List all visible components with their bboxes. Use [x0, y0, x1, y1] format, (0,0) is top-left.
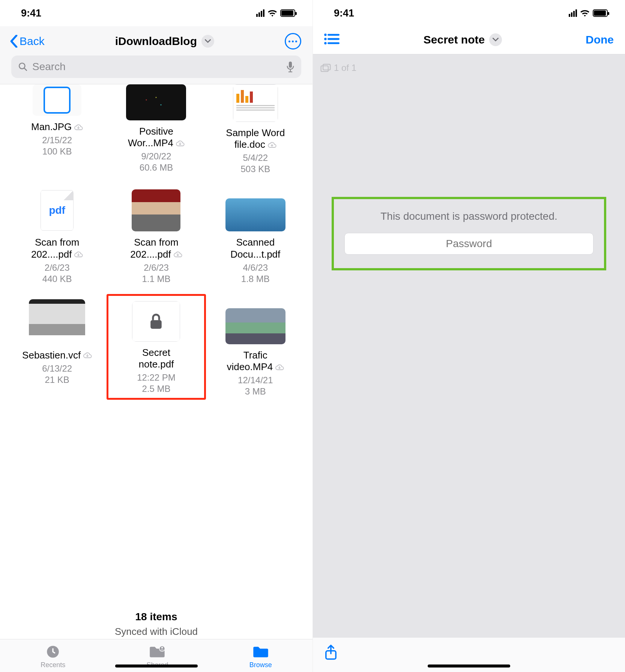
file-thumbnail: [29, 299, 85, 344]
file-item-highlighted[interactable]: Secret note.pdf 12:22 PM 2.5 MB: [107, 294, 206, 400]
doc-title-button[interactable]: Secret note: [424, 33, 502, 46]
sync-status: Synced with iCloud: [0, 626, 312, 638]
status-time: 9:41: [334, 8, 354, 19]
file-grid: Man.JPG 2/15/22 100 KB Positive Wor...MP…: [0, 84, 312, 606]
svg-point-7: [161, 647, 163, 649]
cloud-icon: [176, 140, 185, 147]
back-label: Back: [20, 35, 45, 48]
page-indicator-text: 1 of 1: [334, 63, 356, 73]
svg-rect-2: [289, 62, 292, 68]
tab-recents[interactable]: Recents: [41, 645, 65, 669]
file-size: 2.5 MB: [142, 384, 170, 394]
chevron-down-icon: [489, 33, 502, 46]
svg-point-13: [324, 42, 326, 44]
status-time: 9:41: [21, 8, 41, 19]
file-thumbnail: [132, 189, 180, 231]
file-size: 503 KB: [240, 164, 270, 174]
microphone-icon[interactable]: [286, 61, 294, 72]
file-name-2: 202....pdf: [31, 249, 83, 260]
svg-point-11: [324, 34, 326, 36]
file-date: 2/15/22: [42, 135, 72, 146]
lock-icon: [149, 313, 164, 330]
cloud-icon: [267, 141, 276, 148]
svg-rect-15: [323, 64, 330, 70]
file-item[interactable]: Sample Word file.doc 5/4/22 503 KB: [206, 88, 305, 174]
done-button[interactable]: Done: [586, 33, 614, 46]
file-name: Positive: [139, 126, 173, 137]
file-date: 12/14/21: [238, 375, 273, 386]
file-date: 2/6/23: [45, 262, 70, 273]
file-size: 1.1 MB: [142, 274, 170, 284]
folder-title: iDownloadBlog: [115, 35, 197, 48]
file-item[interactable]: Scanned Docu...t.pdf 4/6/23 1.8 MB: [206, 189, 305, 284]
search-input[interactable]: Search: [11, 56, 301, 78]
file-date: 4/6/23: [243, 262, 268, 273]
file-name-2: note.pdf: [139, 358, 174, 370]
search-icon: [18, 62, 28, 72]
file-name: Secret: [142, 347, 170, 358]
tab-label: Browse: [249, 661, 272, 669]
page-indicator: 1 of 1: [320, 63, 356, 73]
clock-icon: [44, 645, 62, 659]
svg-point-12: [324, 38, 326, 40]
document-body: 1 of 1 This document is password protect…: [313, 54, 625, 637]
home-indicator[interactable]: [428, 664, 510, 668]
folder-title-button[interactable]: iDownloadBlog: [115, 35, 214, 48]
file-name: Sebastien.vcf: [22, 350, 92, 361]
nav-bar: Secret note Done: [313, 26, 625, 54]
cloud-icon: [173, 251, 182, 258]
cloud-icon: [83, 352, 92, 358]
home-indicator[interactable]: [115, 664, 198, 668]
battery-icon: [593, 9, 608, 17]
file-item[interactable]: Sebastien.vcf 6/13/22 21 KB: [8, 299, 107, 400]
share-button[interactable]: [324, 644, 614, 662]
pages-icon: [320, 64, 331, 72]
file-size: 100 KB: [42, 146, 72, 157]
svg-rect-14: [321, 66, 328, 72]
file-name: Sample Word: [226, 127, 285, 139]
file-thumbnail: [233, 84, 278, 122]
back-button[interactable]: Back: [10, 35, 45, 48]
file-item[interactable]: Man.JPG 2/15/22 100 KB: [8, 88, 107, 174]
status-bar: 9:41: [313, 0, 625, 26]
search-wrap: Search: [0, 54, 312, 84]
file-name-2: Wor...MP4: [128, 137, 185, 149]
file-name: Scan from: [35, 237, 80, 248]
file-item[interactable]: Scan from 202....pdf 2/6/23 1.1 MB: [107, 189, 206, 284]
file-date: 9/20/22: [141, 151, 171, 162]
file-date: 5/4/22: [243, 153, 268, 163]
folder-icon: [252, 645, 269, 659]
svg-line-1: [24, 68, 27, 70]
file-size: 21 KB: [45, 375, 69, 385]
shared-folder-icon: [149, 645, 166, 659]
file-thumbnail: [126, 84, 186, 120]
chevron-down-icon: [201, 35, 214, 48]
more-menu-button[interactable]: [285, 33, 301, 50]
svg-rect-3: [151, 320, 162, 328]
cloud-icon: [275, 364, 284, 370]
file-name: Scan from: [134, 237, 179, 248]
status-bar: 9:41: [0, 0, 312, 26]
file-item[interactable]: Positive Wor...MP4 9/20/22 60.6 MB: [107, 88, 206, 174]
search-placeholder: Search: [32, 61, 282, 73]
doc-title: Secret note: [424, 33, 485, 46]
file-date: 2/6/23: [144, 262, 169, 273]
file-name-2: file.doc: [234, 139, 276, 150]
items-count: 18 items: [0, 611, 312, 623]
file-name: Man.JPG: [31, 121, 83, 133]
files-app-screen: 9:41 Back iDownloadBlog Search: [0, 0, 312, 672]
battery-icon: [280, 9, 295, 17]
password-input[interactable]: [344, 233, 593, 255]
list-toggle-button[interactable]: [324, 33, 340, 46]
password-prompt: This document is password protected.: [332, 197, 606, 270]
tab-browse[interactable]: Browse: [249, 645, 272, 669]
wifi-icon: [580, 9, 590, 17]
file-item[interactable]: Trafic video.MP4 12/14/21 3 MB: [206, 299, 305, 400]
file-size: 440 KB: [42, 274, 72, 284]
document-viewer-screen: 9:41 Secret note Done 1 of 1 This docume…: [312, 0, 625, 672]
cloud-icon: [74, 124, 83, 130]
file-item[interactable]: pdf Scan from 202....pdf 2/6/23 440 KB: [8, 189, 107, 284]
nav-bar: Back iDownloadBlog: [0, 26, 312, 54]
file-name: Scanned: [236, 237, 275, 248]
file-size: 1.8 MB: [241, 274, 270, 284]
